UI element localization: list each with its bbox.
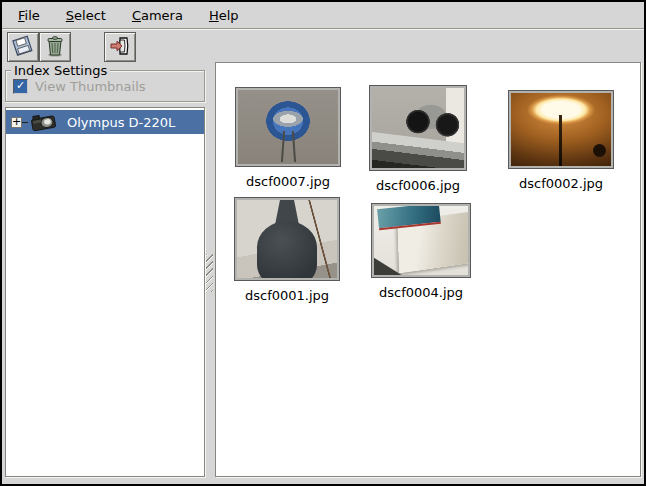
- thumbnail-image[interactable]: [236, 88, 340, 166]
- view-thumbnails-checkbox[interactable]: ✓: [13, 79, 28, 94]
- thumbnail-filename: dscf0007.jpg: [246, 174, 330, 189]
- menu-file-rest: ile: [25, 8, 40, 23]
- index-settings-frame: Index Settings ✓ View Thumbnails: [5, 70, 205, 102]
- thumbnail-filename: dscf0002.jpg: [519, 176, 603, 191]
- gtkam-window: File Select Camera Help: [0, 0, 646, 486]
- expander-plus-icon[interactable]: +: [11, 117, 22, 128]
- thumbnail-image[interactable]: [372, 204, 470, 277]
- menu-camera-rest: amera: [141, 8, 183, 23]
- menu-select-mnemonic: S: [66, 8, 74, 23]
- thumbnail-dscf0004[interactable]: dscf0004.jpg: [372, 204, 470, 300]
- save-button[interactable]: [7, 32, 39, 62]
- menu-camera-mnemonic: C: [132, 8, 141, 23]
- menu-camera[interactable]: Camera: [122, 5, 193, 26]
- thumbnail-image[interactable]: [370, 86, 466, 170]
- view-thumbnails-label: View Thumbnails: [35, 79, 146, 94]
- exit-button[interactable]: [104, 32, 136, 62]
- menu-help-mnemonic: H: [209, 8, 219, 23]
- tree-connector-line: [22, 122, 28, 123]
- menu-select[interactable]: Select: [56, 5, 116, 26]
- thumbnail-filename: dscf0001.jpg: [245, 288, 329, 303]
- camera-icon: [30, 112, 58, 132]
- thumbnail-dscf0002[interactable]: dscf0002.jpg: [509, 91, 613, 191]
- tree-row-olympus[interactable]: + Olympus D-220L: [6, 110, 204, 134]
- menubar: File Select Camera Help: [2, 2, 644, 29]
- view-thumbnails-row: ✓ View Thumbnails: [13, 79, 146, 94]
- menu-help-rest: elp: [219, 8, 239, 23]
- thumbnail-image[interactable]: [509, 91, 613, 168]
- thumbnail-filename: dscf0006.jpg: [376, 178, 460, 193]
- thumbnail-filename: dscf0004.jpg: [379, 285, 463, 300]
- menu-help[interactable]: Help: [199, 5, 249, 26]
- camera-tree-panel: + Olympus D-220L: [5, 107, 205, 477]
- splitter-grip-icon[interactable]: [206, 254, 213, 292]
- thumbnail-dscf0007[interactable]: dscf0007.jpg: [236, 88, 340, 189]
- floppy-save-icon: [11, 34, 35, 61]
- index-settings-frame-title: Index Settings: [11, 63, 110, 78]
- thumbnail-image[interactable]: [235, 198, 339, 280]
- menu-select-rest: elect: [74, 8, 106, 23]
- tree-item-label: Olympus D-220L: [67, 115, 175, 130]
- delete-button[interactable]: [39, 32, 71, 62]
- menu-file[interactable]: File: [8, 5, 50, 26]
- thumbnail-dscf0006[interactable]: dscf0006.jpg: [370, 86, 466, 193]
- trash-icon: [44, 34, 66, 61]
- pane-splitter[interactable]: [205, 62, 215, 477]
- thumbnail-dscf0001[interactable]: dscf0001.jpg: [235, 198, 339, 303]
- exit-door-icon: [108, 34, 132, 61]
